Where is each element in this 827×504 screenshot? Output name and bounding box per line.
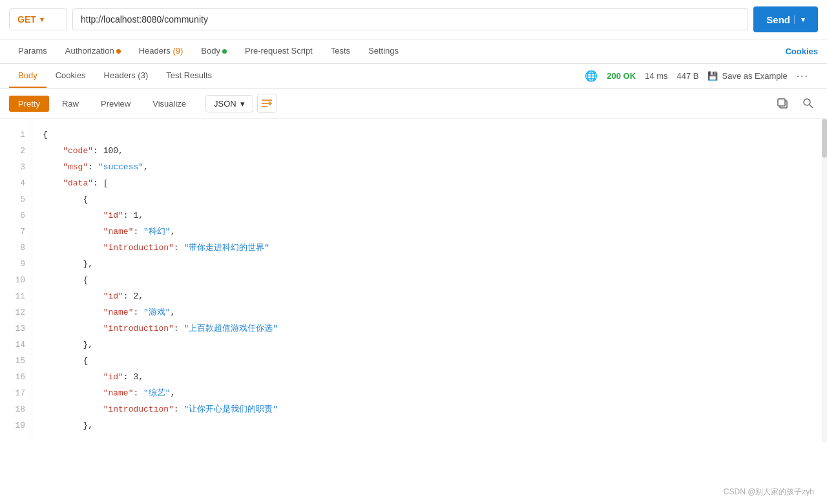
tab-tests[interactable]: Tests: [322, 39, 359, 63]
word-wrap-button[interactable]: [257, 94, 277, 113]
url-input[interactable]: [72, 8, 748, 30]
response-status: 🌐 200 OK 14 ms 447 B 💾 Save as Example ·…: [576, 70, 818, 82]
save-as-example-button[interactable]: 💾 Save as Example: [707, 71, 787, 81]
format-tab-raw[interactable]: Raw: [53, 96, 88, 112]
more-options-button[interactable]: ···: [797, 70, 809, 82]
code-line: "introduction": "让你开心是我们的职责": [43, 401, 817, 417]
res-tab-cookies[interactable]: Cookies: [47, 64, 95, 88]
wrap-icon: [261, 99, 273, 108]
code-line: {: [43, 191, 817, 207]
code-line: "data": [: [43, 175, 817, 191]
format-selector[interactable]: JSON ▾: [205, 95, 253, 112]
tab-authorization[interactable]: Authorization: [56, 39, 130, 63]
format-tab-pretty[interactable]: Pretty: [9, 96, 49, 112]
code-line: },: [43, 256, 817, 272]
code-line: },: [43, 417, 817, 434]
line-number: 16: [6, 369, 25, 385]
body-dot: [222, 49, 227, 54]
method-selector[interactable]: GET ▾: [9, 8, 67, 30]
line-number: 7: [6, 224, 25, 240]
line-number: 14: [6, 337, 25, 353]
save-icon: 💾: [707, 71, 718, 81]
authorization-dot: [116, 49, 121, 54]
response-time: 14 ms: [645, 71, 667, 81]
line-number: 1: [6, 127, 25, 143]
scrollbar-thumb[interactable]: [822, 119, 827, 158]
code-line: "id": 2,: [43, 288, 817, 304]
method-chevron-icon: ▾: [40, 16, 44, 24]
code-line: "code": 100,: [43, 143, 817, 159]
code-line: {: [43, 353, 817, 369]
request-tabs: Params Authorization Headers (9) Body Pr…: [0, 39, 827, 64]
send-button[interactable]: Send ▾: [753, 6, 818, 32]
line-number: 18: [6, 401, 25, 417]
line-number: 12: [6, 304, 25, 320]
code-line: {: [43, 272, 817, 288]
res-tab-test-results[interactable]: Test Results: [157, 64, 221, 88]
line-number: 13: [6, 320, 25, 337]
line-number: 8: [6, 240, 25, 256]
line-number: 3: [6, 159, 25, 175]
format-label: JSON: [214, 99, 236, 109]
res-tab-headers[interactable]: Headers (3): [95, 64, 158, 88]
line-number: 5: [6, 191, 25, 207]
copy-icon: [777, 98, 788, 109]
line-number: 6: [6, 207, 25, 224]
res-tab-body[interactable]: Body: [9, 64, 47, 88]
send-label: Send: [766, 14, 790, 25]
line-numbers: 12345678910111213141516171819: [0, 119, 32, 442]
code-area: 12345678910111213141516171819 { "code": …: [0, 119, 827, 442]
line-number: 2: [6, 143, 25, 159]
method-label: GET: [17, 14, 36, 25]
code-content: { "code": 100, "msg": "success", "data":…: [32, 119, 827, 442]
code-line: "name": "科幻",: [43, 224, 817, 240]
search-button[interactable]: [799, 94, 818, 113]
tab-body[interactable]: Body: [192, 39, 236, 63]
tab-headers[interactable]: Headers (9): [130, 39, 193, 63]
code-line: "introduction": "上百款超值游戏任你选": [43, 320, 817, 337]
svg-line-6: [810, 105, 813, 108]
code-line: "name": "游戏",: [43, 304, 817, 320]
format-chevron-icon: ▾: [240, 99, 245, 109]
code-line: "name": "综艺",: [43, 385, 817, 401]
svg-rect-4: [778, 99, 785, 106]
line-number: 4: [6, 175, 25, 191]
code-line: {: [43, 127, 817, 143]
tab-pre-request[interactable]: Pre-request Script: [236, 39, 322, 63]
code-line: "id": 1,: [43, 207, 817, 224]
line-number: 9: [6, 256, 25, 272]
response-size: 447 B: [677, 71, 699, 81]
tab-settings[interactable]: Settings: [359, 39, 408, 63]
tab-params[interactable]: Params: [9, 39, 56, 63]
code-line: "id": 3,: [43, 369, 817, 385]
search-icon: [802, 98, 814, 109]
format-tab-preview[interactable]: Preview: [92, 96, 140, 112]
line-number: 17: [6, 385, 25, 401]
globe-icon: 🌐: [585, 70, 598, 82]
body-toolbar: Pretty Raw Preview Visualize JSON ▾: [0, 89, 827, 119]
code-line: "msg": "success",: [43, 159, 817, 175]
line-number: 19: [6, 417, 25, 434]
send-chevron-icon: ▾: [794, 16, 805, 24]
format-tab-visualize[interactable]: Visualize: [143, 96, 195, 112]
status-code: 200 OK: [607, 71, 636, 81]
url-bar: GET ▾ Send ▾: [0, 0, 827, 39]
scrollbar-track[interactable]: [822, 119, 827, 442]
line-number: 10: [6, 272, 25, 288]
code-line: },: [43, 337, 817, 353]
cookies-button[interactable]: Cookies: [785, 40, 818, 63]
response-tabs: Body Cookies Headers (3) Test Results 🌐 …: [0, 64, 827, 89]
svg-point-5: [804, 99, 810, 105]
line-number: 11: [6, 288, 25, 304]
code-line: "introduction": "带你走进科幻的世界": [43, 240, 817, 256]
line-number: 15: [6, 353, 25, 369]
copy-button[interactable]: [773, 94, 792, 113]
